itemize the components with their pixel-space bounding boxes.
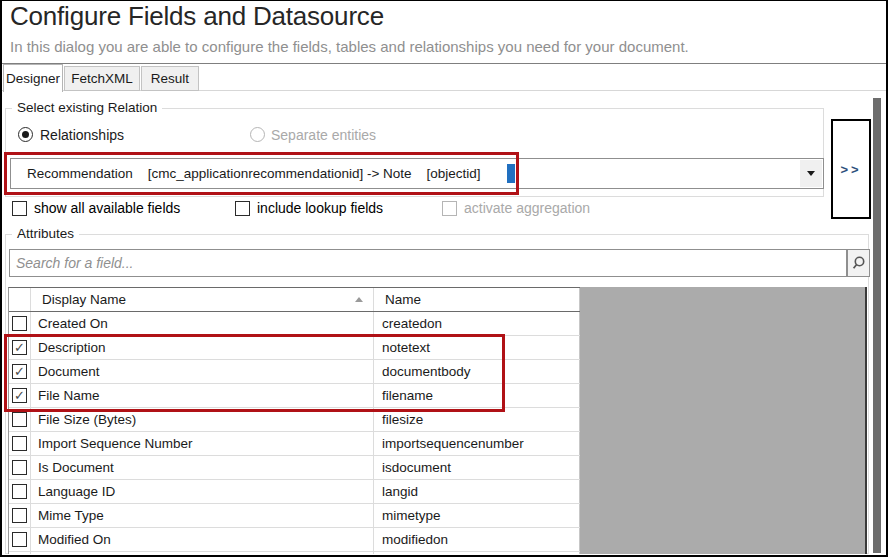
row-checkbox[interactable] [12, 436, 27, 451]
row-checkbox[interactable] [12, 532, 27, 547]
tab-result-label: Result [151, 71, 189, 86]
row-checkbox[interactable]: ✓ [12, 388, 27, 403]
vertical-scrollbar[interactable] [873, 98, 881, 553]
table-row[interactable] [9, 552, 580, 554]
checkbox-activate-aggregation-label: activate aggregation [464, 200, 590, 216]
tab-result[interactable]: Result [141, 66, 199, 91]
tab-designer-label: Designer [6, 71, 60, 86]
cell-name: createdon [374, 312, 580, 335]
column-header-display-name[interactable]: Display Name [31, 288, 374, 311]
table-row[interactable]: ✓ Description notetext [9, 336, 580, 360]
radio-on-icon [18, 127, 33, 142]
relation-combobox-value: Recommendation [cmc_applicationrecommend… [11, 166, 481, 181]
search-icon [851, 255, 867, 271]
tab-designer[interactable]: Designer [3, 64, 63, 92]
row-checkbox[interactable] [12, 508, 27, 523]
cell-display-name: Description [31, 336, 374, 359]
table-row[interactable]: File Size (Bytes) filesize [9, 408, 580, 432]
cell-display-name: Document [31, 360, 374, 383]
tab-fetchxml-label: FetchXML [71, 71, 133, 86]
text-caret [507, 164, 515, 183]
row-checkbox[interactable] [12, 484, 27, 499]
checkbox-include-lookup-fields-label[interactable]: include lookup fields [257, 200, 383, 216]
cell-name: isdocument [374, 456, 580, 479]
row-checkbox[interactable] [12, 316, 27, 331]
checkbox-include-lookup-fields[interactable] [235, 201, 250, 216]
checkbox-show-all-fields-label[interactable]: show all available fields [34, 200, 180, 216]
cell-display-name: File Size (Bytes) [31, 408, 374, 431]
table-row[interactable]: Created On createdon [9, 312, 580, 336]
cell-name: mimetype [374, 504, 580, 527]
cell-name: langid [374, 480, 580, 503]
sort-ascending-icon [355, 297, 363, 302]
table-row[interactable]: Import Sequence Number importsequencenum… [9, 432, 580, 456]
row-checkbox[interactable]: ✓ [12, 340, 27, 355]
search-button[interactable] [847, 249, 870, 277]
table-header: Display Name Name [9, 288, 580, 312]
table-row[interactable]: Mime Type mimetype [9, 504, 580, 528]
header-divider [2, 63, 886, 64]
row-checkbox[interactable] [12, 412, 27, 427]
table-row[interactable]: Is Document isdocument [9, 456, 580, 480]
chevron-down-icon [807, 171, 815, 176]
page-subtitle: In this dialog you are able to configure… [10, 38, 689, 55]
checkbox-show-all-fields[interactable] [12, 201, 27, 216]
table-row[interactable]: Language ID langid [9, 480, 580, 504]
relation-group-label: Select existing Relation [12, 100, 162, 115]
radio-off-icon [250, 127, 265, 142]
tab-fetchxml[interactable]: FetchXML [64, 66, 140, 91]
cell-name: filesize [374, 408, 580, 431]
radio-separate-entities-label: Separate entities [271, 127, 376, 143]
table-row[interactable]: ✓ File Name filename [9, 384, 580, 408]
table-row[interactable]: ✓ Document documentbody [9, 360, 580, 384]
cell-name: filename [374, 384, 580, 407]
table-filler-area [580, 287, 867, 554]
cell-display-name: Is Document [31, 456, 374, 479]
cell-name: notetext [374, 336, 580, 359]
cell-name: modifiedon [374, 528, 580, 551]
page-title: Configure Fields and Datasource [10, 1, 384, 32]
table-row[interactable]: Modified On modifiedon [9, 528, 580, 552]
checkbox-activate-aggregation[interactable] [442, 201, 457, 216]
search-input[interactable] [9, 249, 847, 277]
cell-name [374, 552, 580, 554]
cell-name: documentbody [374, 360, 580, 383]
radio-separate-entities[interactable] [250, 127, 265, 142]
column-header-name[interactable]: Name [374, 288, 580, 311]
cell-display-name: Import Sequence Number [31, 432, 374, 455]
relation-combobox[interactable]: Recommendation [cmc_applicationrecommend… [10, 158, 824, 189]
radio-relationships-label[interactable]: Relationships [40, 127, 124, 143]
cell-display-name: Modified On [31, 528, 374, 551]
expand-button[interactable]: >> [831, 119, 871, 219]
attributes-table: Display Name Name Created On createdon ✓… [8, 287, 580, 554]
radio-relationships[interactable] [18, 127, 33, 142]
expand-button-label: >> [840, 162, 861, 177]
cell-display-name: File Name [31, 384, 374, 407]
row-checkbox[interactable]: ✓ [12, 364, 27, 379]
attributes-group-label: Attributes [12, 226, 79, 241]
cell-display-name [31, 552, 374, 554]
cell-display-name: Mime Type [31, 504, 374, 527]
combobox-dropdown-button[interactable] [800, 160, 822, 187]
configure-dialog-window: Configure Fields and Datasource In this … [0, 0, 888, 557]
header-checkbox-cell [9, 288, 31, 311]
cell-display-name: Language ID [31, 480, 374, 503]
row-checkbox[interactable] [12, 460, 27, 475]
cell-name: importsequencenumber [374, 432, 580, 455]
cell-display-name: Created On [31, 312, 374, 335]
